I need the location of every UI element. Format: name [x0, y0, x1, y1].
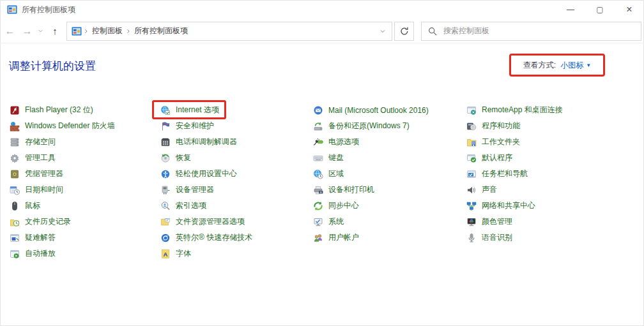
control-panel-item[interactable]: 工作文件夹	[466, 134, 520, 150]
control-panel-item[interactable]: 英特尔® 快速存储技术	[160, 230, 252, 246]
control-panel-item[interactable]: 系统	[313, 214, 344, 230]
maximize-button[interactable]: ▢	[585, 0, 615, 19]
control-panel-item[interactable]: Mail (Microsoft Outlook 2016)	[313, 102, 429, 118]
control-panel-item[interactable]: 同步中心	[313, 198, 359, 214]
control-panel-item[interactable]: 凭据管理器	[10, 166, 63, 182]
item-label: 工作文件夹	[482, 137, 520, 147]
item-label: 英特尔® 快速存储技术	[176, 232, 252, 243]
control-panel-item[interactable]: 文件历史记录	[10, 214, 71, 230]
item-label: 网络和共享中心	[482, 200, 535, 211]
control-panel-item[interactable]: 日期和时间	[10, 182, 63, 198]
control-panel-item[interactable]: 鼠标	[10, 198, 40, 214]
control-panel-item[interactable]: 索引选项	[160, 198, 206, 214]
control-panel-item[interactable]: 备份和还原(Windows 7)	[313, 118, 410, 134]
speech-recognition-icon	[466, 233, 477, 243]
minimize-button[interactable]: —	[556, 0, 585, 19]
region-icon	[313, 169, 323, 179]
control-panel-item[interactable]: 颜色管理	[466, 214, 512, 230]
item-label: 管理工具	[25, 152, 56, 163]
items-column-4: RemoteApp 和桌面连接程序和功能工作文件夹默认程序任务栏和导航声音网络和…	[466, 102, 563, 246]
item-label: 系统	[328, 216, 344, 227]
mouse-icon	[10, 201, 20, 211]
control-panel-item[interactable]: 键盘	[313, 150, 344, 166]
control-panel-icon	[7, 4, 17, 15]
control-panel-item[interactable]: 区域	[313, 166, 344, 182]
control-panel-item[interactable]: 疑难解答	[10, 230, 56, 246]
control-panel-item[interactable]: 默认程序	[466, 150, 512, 166]
page-title: 调整计算机的设置	[9, 59, 96, 73]
phone-modem-icon	[160, 137, 171, 147]
control-panel-item[interactable]: 安全和维护	[160, 118, 214, 134]
file-history-icon	[10, 217, 20, 227]
control-panel-item[interactable]: 语音识别	[466, 230, 512, 246]
items-column-1: Flash Player (32 位)Windows Defender 防火墙存…	[10, 102, 115, 262]
control-panel-item[interactable]: 网络和共享中心	[466, 198, 535, 214]
item-label: 文件资源管理器选项	[176, 216, 245, 227]
item-label: 疑难解答	[25, 232, 56, 243]
refresh-button[interactable]	[394, 22, 414, 41]
control-panel-item[interactable]: 任务栏和导航	[466, 166, 528, 182]
control-panel-item[interactable]: 用户帐户	[313, 230, 359, 246]
up-button[interactable]: ↑	[45, 26, 65, 36]
defender-firewall-icon	[10, 121, 20, 131]
user-accounts-icon	[313, 233, 323, 243]
address-dropdown-icon[interactable]	[375, 22, 390, 40]
control-panel-item[interactable]: 自动播放	[10, 246, 56, 262]
item-label: 用户帐户	[328, 232, 359, 243]
control-panel-item[interactable]: 电源选项	[313, 134, 359, 150]
item-label: 存储空间	[25, 137, 56, 147]
control-panel-item[interactable]: 程序和功能	[466, 118, 520, 134]
taskbar-navigation-icon	[466, 169, 477, 179]
item-label: 索引选项	[176, 200, 206, 211]
control-panel-item[interactable]: 设备管理器	[160, 182, 214, 198]
item-label: 语音识别	[482, 232, 512, 243]
search-input[interactable]: 搜索控制面板	[421, 22, 641, 41]
svg-text:A: A	[164, 250, 168, 257]
control-panel-item[interactable]: Flash Player (32 位)	[10, 102, 93, 118]
control-panel-item[interactable]: 管理工具	[10, 150, 56, 166]
view-by-dropdown[interactable]: 小图标 ▼	[560, 60, 591, 71]
address-bar[interactable]: 控制面板 所有控制面板项	[66, 22, 392, 41]
title-bar: 所有控制面板项 — ▢ ×	[0, 0, 644, 19]
control-panel-item[interactable]: RemoteApp 和桌面连接	[466, 102, 563, 118]
forward-button[interactable]: →	[19, 26, 36, 37]
item-label: Mail (Microsoft Outlook 2016)	[328, 106, 429, 115]
storage-spaces-icon	[10, 137, 20, 147]
ease-of-access-icon	[160, 169, 171, 179]
breadcrumb-all-items[interactable]: 所有控制面板项	[133, 26, 189, 36]
history-chevron-icon[interactable]	[36, 27, 45, 34]
item-label: 颜色管理	[482, 216, 512, 227]
items-column-3: Mail (Microsoft Outlook 2016)备份和还原(Windo…	[313, 102, 429, 246]
item-label: 安全和维护	[176, 121, 214, 131]
troubleshooting-icon	[10, 233, 20, 243]
control-panel-item[interactable]: 电话和调制解调器	[160, 134, 237, 150]
control-panel-item[interactable]: 存储空间	[10, 134, 56, 150]
control-panel-item[interactable]: Windows Defender 防火墙	[10, 118, 115, 134]
control-panel-item[interactable]: 设备和打印机	[313, 182, 374, 198]
control-panel-item[interactable]: 轻松使用设置中心	[160, 166, 237, 182]
keyboard-icon	[313, 153, 323, 163]
credential-manager-icon	[10, 169, 20, 179]
chevron-right-icon	[124, 27, 133, 35]
sound-icon	[466, 185, 477, 195]
back-button[interactable]: ←	[1, 26, 19, 37]
file-explorer-options-icon	[160, 217, 171, 227]
refresh-icon	[399, 26, 410, 36]
device-manager-icon	[160, 185, 171, 195]
item-label: 备份和还原(Windows 7)	[328, 121, 410, 131]
close-button[interactable]: ×	[615, 0, 644, 19]
item-label: Internet 选项	[176, 105, 219, 115]
control-panel-item[interactable]: 文件资源管理器选项	[160, 214, 245, 230]
item-label: RemoteApp 和桌面连接	[482, 105, 563, 115]
item-label: 鼠标	[25, 200, 40, 211]
control-panel-item[interactable]: A字体	[160, 246, 191, 262]
system-icon	[313, 217, 323, 227]
caret-down-icon: ▼	[586, 63, 591, 68]
admin-tools-icon	[10, 153, 20, 163]
internet-options-icon	[160, 105, 171, 115]
control-panel-item[interactable]: 恢复	[160, 150, 191, 166]
item-label: 字体	[176, 248, 191, 259]
control-panel-item[interactable]: 声音	[466, 182, 497, 198]
breadcrumb-control-panel[interactable]: 控制面板	[91, 26, 124, 36]
control-panel-item[interactable]: Internet 选项	[160, 102, 219, 118]
